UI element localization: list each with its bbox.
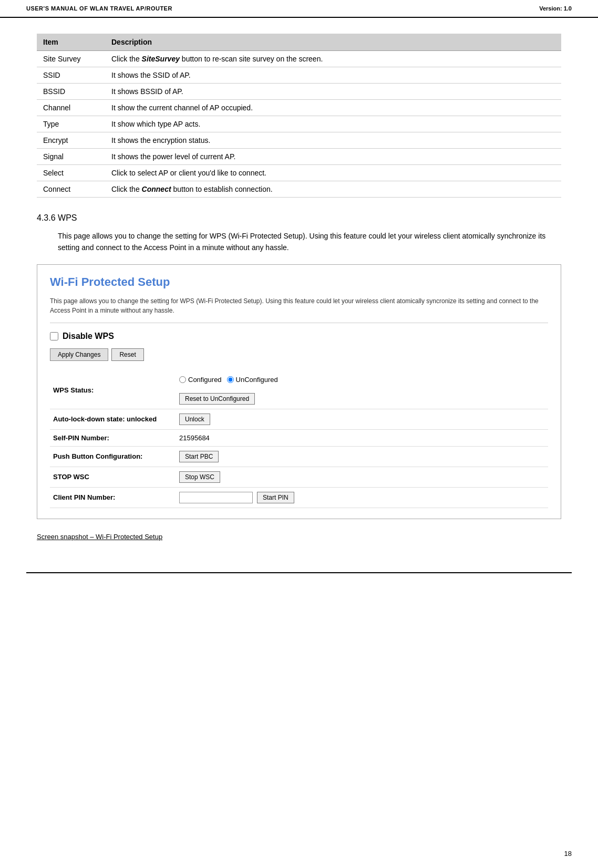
table-row: SSID It shows the SSID of AP. — [37, 67, 561, 84]
wps-status-row: WPS Status: Configured UnConfigured — [50, 371, 548, 409]
disable-wps-row: Disable WPS — [50, 332, 548, 341]
wps-form-table: WPS Status: Configured UnConfigured — [50, 371, 548, 508]
table-row: Channel It show the current channel of A… — [37, 100, 561, 116]
autolock-label: Auto-lock-down state: unlocked — [50, 409, 176, 429]
unconfigured-radio-label[interactable]: UnConfigured — [227, 376, 278, 384]
client-pin-input[interactable] — [179, 492, 253, 503]
radio-group: Configured UnConfigured — [179, 376, 278, 384]
desc-signal: It shows the power level of current AP. — [105, 149, 561, 165]
unlock-button[interactable]: Unlock — [179, 414, 210, 425]
start-pbc-cell: Start PBC — [176, 446, 548, 467]
start-pin-button[interactable]: Start PIN — [257, 492, 294, 503]
pushbutton-row: Push Button Configuration: Start PBC — [50, 446, 548, 467]
desc-channel: It show the current channel of AP occupi… — [105, 100, 561, 116]
desc-ssid: It shows the SSID of AP. — [105, 67, 561, 84]
table-row: BSSID It shows BSSID of AP. — [37, 84, 561, 100]
reset-unconfigured-wrap: Reset to UnConfigured — [179, 393, 255, 405]
wps-box: Wi-Fi Protected Setup This page allows y… — [37, 264, 561, 519]
desc-connect: Click the Connect button to establish co… — [105, 181, 561, 198]
desc-type: It show which type AP acts. — [105, 116, 561, 132]
connect-bold: Connect — [142, 185, 171, 193]
header-right: Version: 1.0 — [539, 5, 572, 12]
clientpin-cell: Start PIN — [176, 487, 548, 508]
table-row: Encrypt It shows the encryption status. — [37, 132, 561, 149]
col-item: Item — [37, 34, 105, 51]
autolock-row: Auto-lock-down state: unlocked Unlock — [50, 409, 548, 429]
wps-status-label: WPS Status: — [50, 371, 176, 409]
item-ssid: SSID — [37, 67, 105, 84]
item-site-survey: Site Survey — [37, 51, 105, 67]
table-row: Select Click to select AP or client you'… — [37, 165, 561, 181]
footer-line — [26, 572, 572, 573]
caption: Screen snapshot – Wi-Fi Protected Setup — [37, 530, 561, 541]
unconfigured-radio[interactable] — [227, 376, 234, 383]
unconfigured-label: UnConfigured — [236, 376, 278, 384]
configured-label: Configured — [188, 376, 222, 384]
disable-wps-checkbox[interactable] — [50, 332, 58, 340]
pushbutton-label: Push Button Configuration: — [50, 446, 176, 467]
page-footer: 18 — [564, 850, 572, 857]
wps-box-desc: This page allows you to change the setti… — [50, 296, 548, 323]
desc-bssid: It shows BSSID of AP. — [105, 84, 561, 100]
stop-wsc-button[interactable]: Stop WSC — [179, 471, 220, 483]
item-connect: Connect — [37, 181, 105, 198]
caption-link: Screen snapshot – Wi-Fi Protected Setup — [37, 533, 162, 541]
reset-button[interactable]: Reset — [111, 348, 143, 361]
table-row: Site Survey Click the SiteSurvey button … — [37, 51, 561, 67]
selfpin-row: Self-PIN Number: 21595684 — [50, 429, 548, 446]
disable-wps-label: Disable WPS — [63, 332, 114, 341]
apply-reset-row: Apply Changes Reset — [50, 348, 548, 361]
unlock-cell: Unlock — [176, 409, 548, 429]
item-encrypt: Encrypt — [37, 132, 105, 149]
clientpin-label: Client PIN Number: — [50, 487, 176, 508]
item-signal: Signal — [37, 149, 105, 165]
sitesurvey-bold: SiteSurvey — [142, 55, 180, 63]
table-row: Signal It shows the power level of curre… — [37, 149, 561, 165]
selfpin-value: 21595684 — [176, 429, 548, 446]
apply-changes-button[interactable]: Apply Changes — [50, 348, 108, 361]
page-number: 18 — [564, 850, 572, 857]
desc-select: Click to select AP or client you'd like … — [105, 165, 561, 181]
page-header: USER'S MANUAL OF WLAN TRAVEL AP/ROUTER V… — [0, 0, 598, 18]
selfpin-label: Self-PIN Number: — [50, 429, 176, 446]
item-description-table: Item Description Site Survey Click the S… — [37, 34, 561, 198]
section-heading: 4.3.6 WPS — [37, 213, 561, 223]
wps-status-group: Configured UnConfigured Reset to UnConfi… — [179, 376, 545, 405]
item-type: Type — [37, 116, 105, 132]
table-row: Type It show which type AP acts. — [37, 116, 561, 132]
stopwsc-label: STOP WSC — [50, 467, 176, 487]
start-pbc-button[interactable]: Start PBC — [179, 451, 219, 462]
start-pin-row: Start PIN — [179, 492, 545, 503]
desc-encrypt: It shows the encryption status. — [105, 132, 561, 149]
table-row: Connect Click the Connect button to esta… — [37, 181, 561, 198]
desc-site-survey: Click the SiteSurvey button to re-scan s… — [105, 51, 561, 67]
item-select: Select — [37, 165, 105, 181]
stop-wsc-cell: Stop WSC — [176, 467, 548, 487]
wps-title: Wi-Fi Protected Setup — [50, 275, 548, 289]
item-bssid: BSSID — [37, 84, 105, 100]
configured-radio-label[interactable]: Configured — [179, 376, 222, 384]
header-left: USER'S MANUAL OF WLAN TRAVEL AP/ROUTER — [26, 5, 172, 12]
col-description: Description — [105, 34, 561, 51]
stopwsc-row: STOP WSC Stop WSC — [50, 467, 548, 487]
item-channel: Channel — [37, 100, 105, 116]
reset-to-unconfigured-button[interactable]: Reset to UnConfigured — [179, 393, 255, 405]
clientpin-row: Client PIN Number: Start PIN — [50, 487, 548, 508]
configured-radio[interactable] — [179, 376, 186, 383]
page-content: Item Description Site Survey Click the S… — [0, 28, 598, 572]
wps-status-controls: Configured UnConfigured Reset to UnConfi… — [176, 371, 548, 409]
section-body: This page allows you to change the setti… — [37, 230, 561, 254]
